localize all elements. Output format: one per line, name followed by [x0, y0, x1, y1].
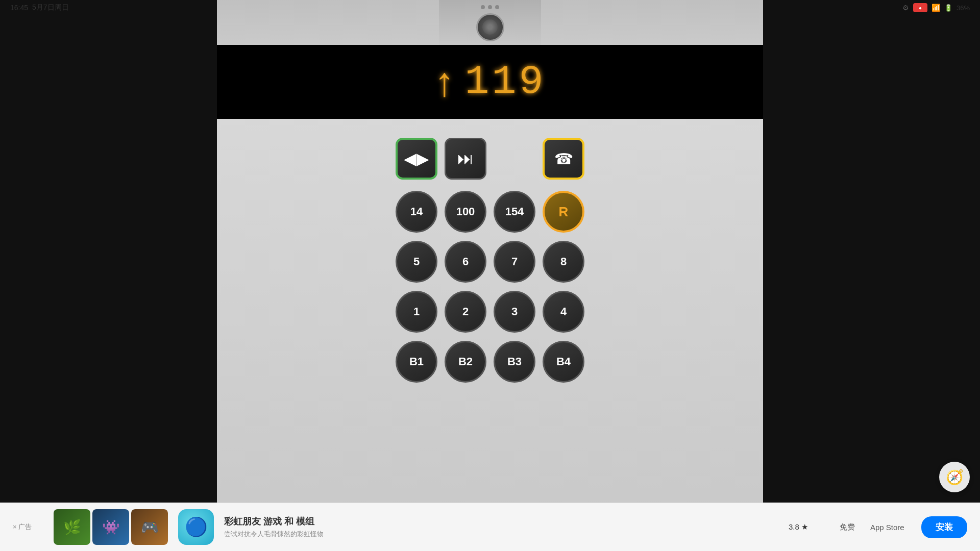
ad-preview-images: 🌿 👾 🎮 [54, 509, 168, 545]
ad-app-icon: 🔵 [178, 509, 214, 545]
skip-icon: ⏭ [457, 149, 474, 168]
ad-preview-2: 👾 [92, 509, 129, 545]
battery-icon: 🔋 [944, 4, 952, 12]
ad-close-button[interactable]: × 广告 [13, 522, 43, 532]
floor-number: 119 [464, 59, 546, 105]
ad-app-subtitle: 尝试对抗令人毛骨悚然的彩虹怪物 [224, 530, 778, 539]
control-row: ◀▶ ⏭ ☎ [393, 138, 587, 180]
ad-close-label: × 广告 [13, 522, 32, 532]
floor-row-basement: B1 B2 B3 B4 [393, 341, 587, 383]
compass-icon: 🧭 [946, 469, 964, 486]
floor-btn-3[interactable]: 3 [494, 291, 535, 333]
floor-label-B1: B1 [409, 355, 424, 368]
floor-label-100: 100 [456, 205, 475, 218]
floor-label-B4: B4 [556, 355, 571, 368]
floor-btn-B1[interactable]: B1 [396, 341, 437, 383]
ad-store-label: App Store [870, 523, 911, 532]
ad-app-name: 彩虹朋友 游戏 和 模组 [224, 515, 778, 528]
floor-btn-8[interactable]: 8 [543, 241, 584, 283]
floor-row-top: 14 100 154 R [393, 191, 587, 233]
floor-label-8: 8 [560, 255, 567, 268]
floor-label-14: 14 [410, 205, 423, 218]
ad-preview-3: 🎮 [131, 509, 168, 545]
floor-btn-100[interactable]: 100 [445, 191, 486, 233]
phone-icon: ☎ [554, 150, 573, 168]
floor-label-4: 4 [560, 305, 567, 318]
ad-install-button[interactable]: 安装 [921, 516, 967, 538]
buttons-area: ◀▶ ⏭ ☎ 14 100 154 R [393, 138, 587, 391]
phone-button[interactable]: ☎ [543, 138, 584, 180]
floor-btn-R[interactable]: R [543, 191, 584, 233]
floor-label-R: R [559, 204, 569, 220]
floor-btn-1[interactable]: 1 [396, 291, 437, 333]
compass-button[interactable]: 🧭 [939, 462, 970, 492]
floor-label-1: 1 [413, 305, 420, 318]
camera-lens [476, 13, 504, 41]
ad-preview-1: 🌿 [54, 509, 90, 545]
record-indicator: ● [913, 3, 927, 12]
ad-rating-value: 3.8 ★ [789, 522, 808, 532]
floor-btn-14[interactable]: 14 [396, 191, 437, 233]
floor-label-5: 5 [413, 255, 420, 268]
floor-row-1234: 1 2 3 4 [393, 291, 587, 333]
floor-label-2: 2 [462, 305, 469, 318]
ad-free-label: 免费 [840, 522, 860, 532]
floor-btn-B3[interactable]: B3 [494, 341, 535, 383]
floor-btn-4[interactable]: 4 [543, 291, 584, 333]
battery-text: 36% [957, 4, 970, 12]
open-door-button[interactable]: ◀▶ [396, 138, 437, 180]
floor-label-3: 3 [511, 305, 518, 318]
floor-label-7: 7 [511, 255, 518, 268]
floor-btn-5[interactable]: 5 [396, 241, 437, 283]
settings-icon: ⚙ [902, 4, 909, 12]
floor-arrow: ↑ [434, 59, 454, 106]
wifi-icon: 📶 [932, 4, 940, 12]
floor-label-B2: B2 [458, 355, 473, 368]
floor-btn-2[interactable]: 2 [445, 291, 486, 333]
floor-btn-7[interactable]: 7 [494, 241, 535, 283]
camera-inner [482, 19, 498, 35]
ad-app-emoji: 🔵 [185, 516, 208, 538]
dot-matrix-display: ↑ 119 [434, 59, 546, 106]
date-display: 5月7日周日 [32, 3, 69, 12]
open-door-icon: ◀▶ [404, 149, 429, 168]
ad-banner: × 广告 🌿 👾 🎮 🔵 彩虹朋友 游戏 和 模组 尝试对抗令人毛骨悚然的彩虹怪… [0, 503, 980, 551]
floor-btn-154[interactable]: 154 [494, 191, 535, 233]
floor-label-154: 154 [505, 205, 524, 218]
ad-text-area: 彩虹朋友 游戏 和 模组 尝试对抗令人毛骨悚然的彩虹怪物 [224, 515, 778, 539]
floor-btn-B4[interactable]: B4 [543, 341, 584, 383]
time-display: 16:45 [10, 4, 28, 12]
floor-label-B3: B3 [507, 355, 522, 368]
skip-button[interactable]: ⏭ [445, 138, 486, 180]
display-screen: ↑ 119 [217, 45, 763, 119]
floor-btn-6[interactable]: 6 [445, 241, 486, 283]
left-black-panel [0, 0, 217, 551]
floor-label-6: 6 [462, 255, 469, 268]
floor-btn-B2[interactable]: B2 [445, 341, 486, 383]
status-bar: 16:45 5月7日周日 ⚙ ● 📶 🔋 36% [0, 0, 980, 15]
floor-row-5678: 5 6 7 8 [393, 241, 587, 283]
elevator-panel: ↑ 119 ◀▶ ⏭ ☎ 14 100 [217, 0, 763, 551]
ad-rating: 3.8 ★ [789, 522, 829, 532]
